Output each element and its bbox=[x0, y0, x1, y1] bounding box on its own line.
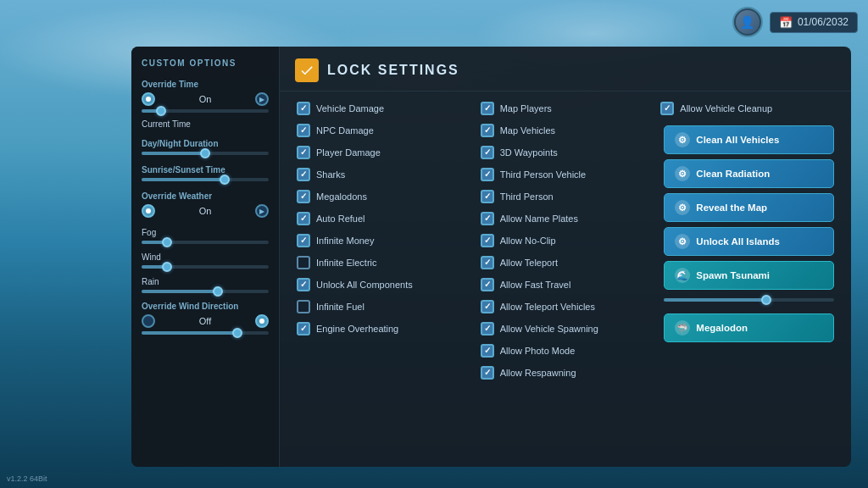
col2-checkbox-11[interactable] bbox=[481, 344, 494, 358]
col2-item-0[interactable]: Map Players bbox=[479, 98, 653, 119]
col1-item-8[interactable]: Unlock All Components bbox=[295, 274, 469, 295]
rain-group: Rain bbox=[142, 277, 269, 293]
action-btn-1[interactable]: ⚙ Clean Radiation bbox=[664, 159, 834, 188]
tsunami-slider[interactable] bbox=[664, 298, 834, 302]
wind-group: Wind bbox=[142, 252, 269, 269]
action-btn-2[interactable]: ⚙ Reveal the Map bbox=[664, 193, 834, 222]
sunrise-group: Sunrise/Sunset Time bbox=[142, 165, 269, 181]
col1-item-9[interactable]: Infinite Fuel bbox=[295, 297, 469, 317]
col2-label-1: Map Vehicles bbox=[500, 125, 555, 136]
col1-checkbox-8[interactable] bbox=[297, 278, 310, 291]
action-btn-label-2: Reveal the Map bbox=[696, 202, 767, 213]
wind-dir-track[interactable] bbox=[142, 331, 269, 335]
avatar-icon: 👤 bbox=[736, 10, 760, 34]
options-col3: Allow Vehicle Cleanup ⚙ Clean All Vehicl… bbox=[657, 98, 841, 383]
rain-track[interactable] bbox=[142, 290, 269, 293]
action-btn-3[interactable]: ⚙ Unlock All Islands bbox=[664, 227, 834, 256]
col1-item-0[interactable]: Vehicle Damage bbox=[295, 98, 469, 119]
col1-label-2: Player Damage bbox=[316, 147, 381, 158]
avatar-button[interactable]: 👤 bbox=[732, 7, 763, 37]
col2-checkbox-9[interactable] bbox=[481, 300, 494, 313]
col2-item-12[interactable]: Allow Respawning bbox=[479, 363, 653, 383]
col2-item-11[interactable]: Allow Photo Mode bbox=[479, 341, 653, 361]
date-value: 01/06/2032 bbox=[798, 16, 849, 28]
col1-item-4[interactable]: Megalodons bbox=[295, 186, 469, 207]
col1-item-3[interactable]: Sharks bbox=[295, 164, 469, 185]
col2-item-10[interactable]: Allow Vehicle Spawning bbox=[479, 319, 653, 339]
col1-checkbox-1[interactable] bbox=[297, 124, 310, 137]
wind-track[interactable] bbox=[142, 265, 269, 269]
current-time-track[interactable] bbox=[142, 109, 269, 113]
col1-checkbox-5[interactable] bbox=[297, 212, 310, 225]
col2-checkbox-6[interactable] bbox=[481, 234, 494, 247]
override-wind-dir-row: Off bbox=[142, 314, 269, 328]
sunrise-track[interactable] bbox=[142, 178, 269, 181]
col2-checkbox-8[interactable] bbox=[481, 278, 494, 291]
col2-checkbox-5[interactable] bbox=[481, 212, 494, 225]
col2-checkbox-3[interactable] bbox=[481, 168, 494, 181]
col2-checkbox-1[interactable] bbox=[481, 124, 494, 137]
col1-checkbox-4[interactable] bbox=[297, 190, 310, 203]
col1-item-6[interactable]: Infinite Money bbox=[295, 230, 469, 251]
action-btn-icon-0: ⚙ bbox=[675, 132, 690, 147]
col2-checkbox-4[interactable] bbox=[481, 190, 494, 203]
col1-item-1[interactable]: NPC Damage bbox=[295, 120, 469, 141]
col1-checkbox-3[interactable] bbox=[297, 168, 310, 181]
lock-header: LOCK SETTINGS bbox=[280, 47, 851, 92]
sidebar-title: CUSTOM OPTIONS bbox=[142, 58, 269, 68]
col2-item-6[interactable]: Allow No-Clip bbox=[479, 230, 653, 251]
action-btn-4[interactable]: 🌊 Spawn Tsunami bbox=[664, 261, 834, 290]
col2-checkbox-10[interactable] bbox=[481, 322, 494, 336]
override-wind-dir-dot-right[interactable] bbox=[255, 314, 269, 328]
col2-item-4[interactable]: Third Person bbox=[479, 186, 653, 207]
col1-item-5[interactable]: Auto Refuel bbox=[295, 208, 469, 229]
action-btn-5[interactable]: 🦈 Megalodon bbox=[664, 313, 834, 342]
col2-checkbox-2[interactable] bbox=[481, 146, 494, 159]
allow-vehicle-cleanup-item[interactable]: Allow Vehicle Cleanup bbox=[659, 98, 839, 119]
col2-checkbox-0[interactable] bbox=[481, 102, 494, 115]
col1-item-7[interactable]: Infinite Electric bbox=[295, 252, 469, 273]
action-btn-label-5: Megalodon bbox=[696, 323, 748, 333]
col2-item-7[interactable]: Allow Teleport bbox=[479, 252, 653, 273]
col1-checkbox-9[interactable] bbox=[297, 300, 310, 313]
col2-checkbox-12[interactable] bbox=[481, 366, 494, 380]
override-wind-dir-dot-left[interactable] bbox=[142, 314, 155, 328]
override-time-arrow[interactable]: ▶ bbox=[255, 92, 269, 106]
col2-item-1[interactable]: Map Vehicles bbox=[479, 120, 653, 141]
override-time-value: On bbox=[199, 94, 212, 104]
col2-item-2[interactable]: 3D Waypoints bbox=[479, 142, 653, 163]
col1-checkbox-10[interactable] bbox=[297, 322, 310, 336]
override-time-label: Override Time bbox=[142, 80, 269, 89]
lock-checkbox[interactable] bbox=[295, 58, 319, 82]
fog-track[interactable] bbox=[142, 241, 269, 244]
day-night-track[interactable] bbox=[142, 152, 269, 155]
col2-checkbox-7[interactable] bbox=[481, 256, 494, 269]
action-btn-0[interactable]: ⚙ Clean All Vehicles bbox=[664, 125, 834, 154]
rain-label: Rain bbox=[142, 277, 269, 286]
col1-checkbox-2[interactable] bbox=[297, 146, 310, 159]
col2-item-9[interactable]: Allow Teleport Vehicles bbox=[479, 297, 653, 317]
col1-item-10[interactable]: Engine Overheating bbox=[295, 319, 469, 339]
lock-settings-title: LOCK SETTINGS bbox=[327, 63, 459, 78]
col1-label-8: Unlock All Components bbox=[316, 280, 413, 290]
override-weather-arrow[interactable]: ▶ bbox=[255, 204, 269, 218]
allow-vehicle-cleanup-checkbox[interactable] bbox=[660, 102, 674, 115]
col2-label-9: Allow Teleport Vehicles bbox=[500, 302, 595, 312]
col1-checkbox-7[interactable] bbox=[297, 256, 310, 269]
col1-item-2[interactable]: Player Damage bbox=[295, 142, 469, 163]
col1-checkbox-6[interactable] bbox=[297, 234, 310, 247]
col2-item-3[interactable]: Third Person Vehicle bbox=[479, 164, 653, 185]
col1-label-6: Infinite Money bbox=[316, 236, 374, 246]
override-time-dot[interactable] bbox=[142, 92, 155, 106]
override-time-group: Override Time On ▶ Current Time bbox=[142, 80, 269, 129]
col2-item-8[interactable]: Allow Fast Travel bbox=[479, 274, 653, 295]
override-weather-dot[interactable] bbox=[142, 204, 155, 218]
col1-checkbox-0[interactable] bbox=[297, 102, 310, 115]
col2-label-0: Map Players bbox=[500, 103, 552, 114]
col2-item-5[interactable]: Allow Name Plates bbox=[479, 208, 653, 229]
fog-group: Fog bbox=[142, 228, 269, 244]
action-buttons: ⚙ Clean All Vehicles ⚙ Clean Radiation ⚙… bbox=[659, 122, 839, 346]
col2-label-3: Third Person Vehicle bbox=[500, 169, 587, 180]
action-btn-icon-3: ⚙ bbox=[675, 234, 690, 249]
action-btn-icon-2: ⚙ bbox=[675, 200, 690, 215]
